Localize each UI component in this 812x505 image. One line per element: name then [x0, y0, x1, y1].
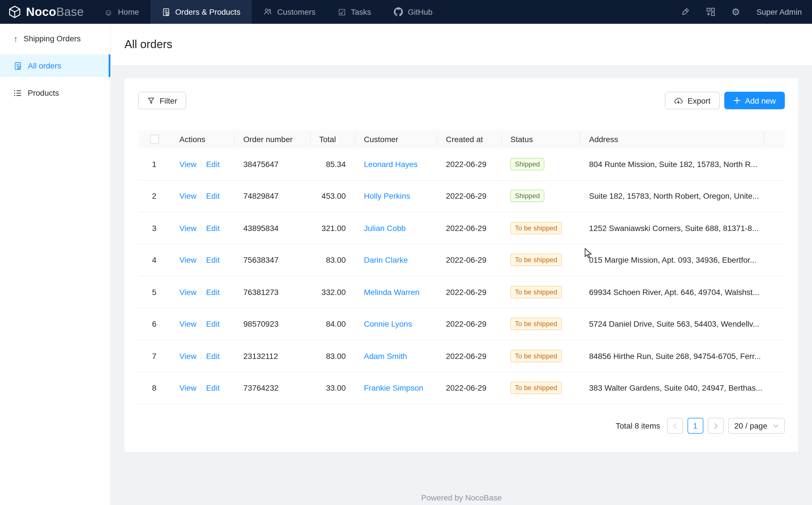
customer-cell: Darin Clarke [355, 256, 437, 265]
add-new-label: Add new [745, 96, 776, 105]
add-new-button[interactable]: Add new [724, 92, 785, 109]
column-header-customer: Customer [355, 130, 437, 148]
column-header-created-at: Created at [437, 130, 501, 148]
highlighter-icon[interactable] [681, 7, 690, 16]
status-cell: To be shipped [501, 286, 580, 298]
view-link[interactable]: View [179, 224, 196, 233]
edit-link[interactable]: Edit [206, 256, 220, 265]
created-at-cell: 2022-06-29 [437, 192, 501, 201]
chevron-down-icon [773, 424, 779, 428]
customer-link[interactable]: Leonard Hayes [364, 160, 418, 169]
view-link[interactable]: View [179, 383, 196, 393]
row-index: 3 [138, 224, 170, 233]
column-header-status: Status [501, 130, 580, 148]
nocobase-logo[interactable]: NocoBase [0, 0, 93, 24]
created-at-cell: 2022-06-29 [437, 224, 501, 233]
sidebar-item-all-orders[interactable]: All orders [0, 54, 110, 77]
edit-link[interactable]: Edit [206, 192, 220, 201]
status-badge: To be shipped [510, 286, 562, 298]
view-link[interactable]: View [179, 320, 196, 329]
table-row: 4 View Edit 75638347 83.00 Darin Clarke … [138, 244, 785, 276]
nav-tabs: ☺ Home Orders & Products Customers ☑ T [93, 0, 444, 24]
team-icon [263, 7, 272, 16]
address-cell: 84856 Hirthe Run, Suite 268, 94754-6705,… [580, 352, 785, 361]
page-1-button[interactable]: 1 [687, 418, 703, 434]
sidebar-item-shipping-orders[interactable]: ↑ Shipping Orders [0, 27, 110, 50]
order-number-cell: 75638347 [234, 256, 310, 265]
appstore-add-icon[interactable] [706, 7, 715, 16]
tab-tasks[interactable]: ☑ Tasks [327, 0, 382, 24]
tab-github[interactable]: GitHub [382, 0, 444, 24]
row-index: 6 [138, 320, 170, 329]
tab-label: GitHub [408, 7, 433, 16]
export-button[interactable]: Export [665, 92, 720, 109]
customer-link[interactable]: Adam Smith [364, 352, 407, 361]
view-link[interactable]: View [179, 256, 196, 265]
address-cell: 383 Walter Gardens, Suite 040, 24947, Be… [580, 383, 785, 393]
row-index: 2 [138, 192, 170, 201]
total-cell: 83.00 [310, 256, 355, 265]
customer-cell: Melinda Warren [355, 288, 437, 297]
view-link[interactable]: View [179, 160, 196, 169]
check-square-icon: ☑ [338, 8, 346, 16]
tab-orders-products[interactable]: Orders & Products [150, 0, 252, 24]
status-cell: To be shipped [501, 382, 580, 394]
total-cell: 453.00 [310, 192, 355, 201]
edit-link[interactable]: Edit [206, 160, 220, 169]
customer-link[interactable]: Connie Lyons [364, 320, 412, 329]
page-size-select[interactable]: 20 / page [728, 418, 785, 434]
page-size-value: 20 / page [734, 421, 767, 430]
customer-link[interactable]: Holly Perkins [364, 192, 410, 201]
total-cell: 84.00 [310, 320, 355, 329]
filter-icon [147, 97, 155, 105]
action-divider [201, 288, 202, 296]
filter-button[interactable]: Filter [138, 92, 186, 109]
customer-link[interactable]: Julian Cobb [364, 224, 406, 233]
customer-cell: Connie Lyons [355, 320, 437, 329]
pagination-total: Total 8 items [616, 421, 660, 430]
view-link[interactable]: View [179, 192, 196, 201]
view-link[interactable]: View [179, 352, 196, 361]
unordered-list-icon [14, 89, 22, 97]
next-page-button[interactable] [708, 418, 724, 434]
row-actions: View Edit [170, 192, 234, 201]
edit-link[interactable]: Edit [206, 320, 220, 329]
user-menu[interactable]: Super Admin [757, 7, 802, 16]
address-cell: 69934 Schoen River, Apt. 646, 49704, Wal… [580, 288, 785, 297]
edit-link[interactable]: Edit [206, 288, 220, 297]
status-badge: To be shipped [510, 350, 562, 362]
edit-link[interactable]: Edit [206, 383, 220, 393]
action-divider [201, 256, 202, 264]
orders-card: Filter Export Add new [124, 78, 798, 452]
sidebar-item-products[interactable]: Products [0, 81, 110, 104]
tab-home[interactable]: ☺ Home [93, 0, 150, 24]
customer-link[interactable]: Melinda Warren [364, 288, 420, 297]
status-cell: To be shipped [501, 222, 580, 234]
total-cell: 321.00 [310, 224, 355, 233]
row-index: 8 [138, 383, 170, 393]
customer-link[interactable]: Frankie Simpson [364, 383, 423, 393]
total-cell: 332.00 [310, 288, 355, 297]
status-badge: Shipped [510, 190, 544, 202]
table-body: 1 View Edit 38475647 85.34 Leonard Hayes… [138, 148, 785, 404]
cloud-download-icon [674, 97, 683, 105]
prev-page-button[interactable] [667, 418, 683, 434]
toolbar-right: Export Add new [665, 92, 785, 109]
tab-customers[interactable]: Customers [252, 0, 327, 24]
edit-link[interactable]: Edit [206, 224, 220, 233]
gear-icon[interactable]: ⚙ [731, 7, 740, 17]
edit-link[interactable]: Edit [206, 352, 220, 361]
order-number-cell: 98570923 [234, 320, 310, 329]
view-link[interactable]: View [179, 288, 196, 297]
toolbar: Filter Export Add new [138, 92, 785, 109]
table-header: Actions Order number Total Customer Crea… [138, 130, 785, 148]
row-actions: View Edit [170, 256, 234, 265]
status-badge: To be shipped [510, 254, 562, 267]
filter-label: Filter [160, 96, 177, 105]
nav-right: ⚙ Super Admin [681, 7, 812, 17]
created-at-cell: 2022-06-29 [437, 383, 501, 393]
customer-link[interactable]: Darin Clarke [364, 256, 408, 265]
total-cell: 33.00 [310, 383, 355, 393]
select-all-checkbox[interactable] [150, 135, 159, 144]
address-cell: Suite 182, 15783, North Robert, Oregon, … [580, 192, 785, 201]
